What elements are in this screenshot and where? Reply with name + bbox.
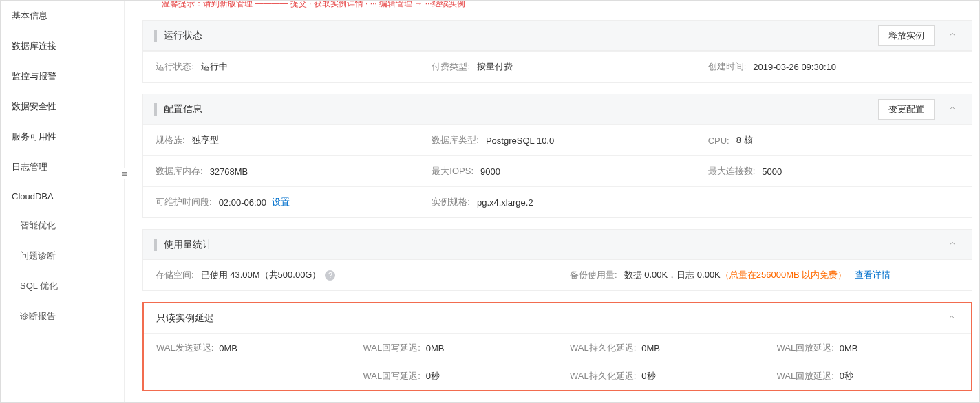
spec-family-value: 独享型 (192, 134, 219, 146)
collapse-icon[interactable] (944, 30, 961, 41)
maintenance-window-value: 02:00-06:00 (219, 197, 266, 208)
payment-type-label: 付费类型: (432, 61, 470, 73)
backup-free-note: （总量在256000MB 以内免费） (721, 269, 847, 281)
db-type-label: 数据库类型: (432, 134, 479, 146)
view-details-link[interactable]: 查看详情 (855, 269, 891, 281)
collapse-icon[interactable] (944, 103, 961, 115)
panel-title-usage: 使用量统计 (164, 239, 935, 251)
sidebar-item-log-management[interactable]: 日志管理 (1, 152, 124, 182)
maintenance-set-link[interactable]: 设置 (272, 196, 290, 208)
wal-write-sec-value: 0秒 (426, 370, 440, 382)
release-instance-button[interactable]: 释放实例 (878, 25, 935, 46)
sidebar-item-problem-diagnose[interactable]: 问题诊断 (1, 241, 124, 271)
wal-send-value: 0MB (219, 343, 237, 353)
backup-usage-label: 备份使用量: (570, 269, 617, 281)
wal-send-label: WAL发送延迟: (156, 342, 213, 354)
iops-value: 9000 (480, 166, 500, 177)
wal-flush-sec-value: 0秒 (641, 370, 655, 382)
wal-flush-label-sec: WAL持久化延迟: (570, 370, 636, 382)
sidebar-item-sql-optimize[interactable]: SQL 优化 (1, 271, 124, 301)
panel-accent-bar (154, 103, 157, 116)
created-time-label: 创建时间: (708, 61, 747, 73)
panel-run-status: 运行状态 释放实例 运行状态: 运行中 付费类型: 按量付费 创建时间: 201… (142, 20, 972, 83)
wal-flush-mb-value: 0MB (641, 343, 660, 353)
warning-banner: 温馨提示：请到新版管理 ———— 提交 · 获取实例详情 · ··· 编辑管理 … (142, 1, 972, 9)
wal-replay-sec-value: 0秒 (840, 370, 853, 382)
wal-replay-label-sec: WAL回放延迟: (777, 370, 834, 382)
wal-write-label: WAL回写延迟: (363, 342, 420, 354)
panel-usage-stats: 使用量统计 存储空间: 已使用 43.00M（共500.00G） ? 备份使用量… (142, 229, 972, 291)
run-status-label: 运行状态: (156, 61, 194, 73)
payment-type-value: 按量付费 (477, 61, 513, 73)
sidebar-item-data-security[interactable]: 数据安全性 (1, 91, 124, 122)
instance-spec-label: 实例规格: (432, 196, 470, 208)
collapse-icon[interactable] (944, 312, 960, 324)
collapse-icon[interactable] (944, 239, 961, 250)
maintenance-window-label: 可维护时间段: (156, 196, 212, 208)
panel-title-delay: 只读实例延迟 (156, 312, 934, 325)
run-status-value: 运行中 (201, 61, 228, 73)
sidebar: 基本信息 数据库连接 监控与报警 数据安全性 服务可用性 日志管理 CloudD… (1, 1, 125, 402)
sidebar-item-db-connection[interactable]: 数据库连接 (1, 31, 124, 61)
sidebar-item-basic-info[interactable]: 基本信息 (1, 1, 124, 31)
max-conn-value: 5000 (762, 166, 782, 177)
spec-family-label: 规格族: (156, 134, 185, 146)
sidebar-item-smart-optimize[interactable]: 智能优化 (1, 210, 124, 241)
wal-write-mb-value: 0MB (426, 343, 445, 353)
instance-spec-value: pg.x4.xlarge.2 (477, 197, 533, 208)
sidebar-item-diagnose-report[interactable]: 诊断报告 (1, 301, 124, 331)
wal-write-label-sec: WAL回写延迟: (363, 370, 420, 382)
panel-title-config: 配置信息 (164, 103, 873, 116)
memory-value: 32768MB (210, 166, 248, 177)
wal-replay-mb-value: 0MB (840, 343, 858, 353)
sidebar-item-availability[interactable]: 服务可用性 (1, 122, 124, 152)
storage-label: 存储空间: (156, 269, 194, 281)
created-time-value: 2019-03-26 09:30:10 (753, 62, 836, 72)
sidebar-collapse-icon[interactable] (119, 168, 130, 179)
help-icon[interactable]: ? (325, 270, 335, 281)
db-type-value: PostgreSQL 10.0 (486, 135, 554, 146)
panel-config-info: 配置信息 变更配置 规格族: 独享型 数据库类型: PostgreSQL 10.… (142, 94, 972, 218)
backup-usage-value: 数据 0.00K，日志 0.00K (624, 269, 721, 281)
iops-label: 最大IOPS: (432, 165, 473, 177)
wal-flush-label: WAL持久化延迟: (570, 342, 636, 354)
panel-readonly-delay: 只读实例延迟 WAL发送延迟: 0MB WAL回写延迟: 0MB WAL持久化延… (142, 302, 972, 391)
panel-accent-bar (154, 30, 157, 42)
cpu-value: 8 核 (736, 134, 753, 146)
storage-value: 已使用 43.00M（共500.00G） (201, 269, 321, 281)
sidebar-item-clouddba[interactable]: CloudDBA (1, 182, 124, 210)
wal-replay-label: WAL回放延迟: (777, 342, 834, 354)
panel-accent-bar (154, 239, 157, 251)
max-conn-label: 最大连接数: (708, 165, 756, 177)
memory-label: 数据库内存: (156, 165, 203, 177)
panel-title-run-status: 运行状态 (164, 30, 873, 42)
change-config-button[interactable]: 变更配置 (878, 99, 935, 120)
sidebar-item-monitoring[interactable]: 监控与报警 (1, 61, 124, 91)
cpu-label: CPU: (708, 135, 729, 146)
